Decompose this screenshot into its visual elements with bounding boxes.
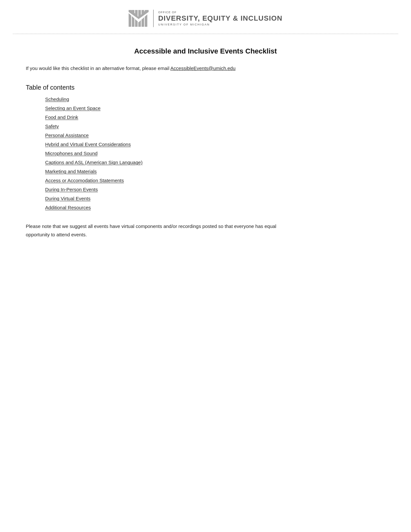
toc-link[interactable]: During Virtual Events	[45, 196, 91, 201]
toc-list-item: Hybrid and Virtual Event Considerations	[45, 142, 385, 147]
toc-link[interactable]: Food and Drink	[45, 114, 78, 120]
logo-title: DIVERSITY, EQUITY & INCLUSION	[158, 15, 283, 22]
toc-list-item: Selecting an Event Space	[45, 105, 385, 111]
toc-link[interactable]: During In-Person Events	[45, 187, 98, 192]
toc-list-item: Personal Assistance	[45, 133, 385, 138]
toc-link[interactable]: Safety	[45, 123, 59, 129]
toc-list-item: Additional Resources	[45, 205, 385, 211]
toc-link[interactable]: Selecting an Event Space	[45, 105, 101, 111]
page-title: Accessible and Inclusive Events Checklis…	[26, 47, 385, 55]
toc-list-item: Access or Accomodation Statements	[45, 178, 385, 183]
toc-section: Table of contents SchedulingSelecting an…	[26, 84, 385, 211]
toc-list-item: During Virtual Events	[45, 196, 385, 202]
toc-link[interactable]: Marketing and Materials	[45, 169, 97, 174]
header: OFFICE OF DIVERSITY, EQUITY & INCLUSION …	[0, 0, 411, 34]
university-m-logo	[129, 10, 149, 27]
toc-list: SchedulingSelecting an Event SpaceFood a…	[26, 96, 385, 211]
intro-paragraph: If you would like this checklist in an a…	[26, 64, 385, 72]
toc-link[interactable]: Scheduling	[45, 96, 69, 102]
page-wrapper: OFFICE OF DIVERSITY, EQUITY & INCLUSION …	[0, 0, 411, 258]
toc-link[interactable]: Microphones and Sound	[45, 151, 98, 156]
toc-link[interactable]: Hybrid and Virtual Event Considerations	[45, 142, 131, 147]
note-paragraph: Please note that we suggest all events h…	[26, 222, 290, 239]
logo-divider	[153, 10, 154, 27]
toc-list-item: Microphones and Sound	[45, 151, 385, 156]
toc-list-item: Safety	[45, 123, 385, 129]
intro-text-prefix: If you would like this checklist in an a…	[26, 65, 171, 71]
main-content: Accessible and Inclusive Events Checklis…	[0, 34, 411, 258]
toc-list-item: Scheduling	[45, 96, 385, 102]
toc-list-item: Food and Drink	[45, 114, 385, 120]
logo-container: OFFICE OF DIVERSITY, EQUITY & INCLUSION …	[129, 10, 283, 27]
toc-link[interactable]: Captions and ASL (American Sign Language…	[45, 160, 142, 165]
email-link[interactable]: AccessibleEvents@umich.edu	[171, 65, 236, 71]
logo-subtitle: UNIVERSITY OF MICHIGAN	[158, 23, 283, 26]
toc-list-item: During In-Person Events	[45, 187, 385, 192]
toc-link[interactable]: Access or Accomodation Statements	[45, 178, 124, 183]
toc-heading: Table of contents	[26, 84, 385, 91]
toc-list-item: Captions and ASL (American Sign Language…	[45, 160, 385, 165]
toc-link[interactable]: Additional Resources	[45, 205, 91, 210]
logo-office-of: OFFICE OF	[158, 11, 283, 14]
logo-text: OFFICE OF DIVERSITY, EQUITY & INCLUSION …	[158, 11, 283, 26]
toc-link[interactable]: Personal Assistance	[45, 133, 89, 138]
toc-list-item: Marketing and Materials	[45, 169, 385, 174]
